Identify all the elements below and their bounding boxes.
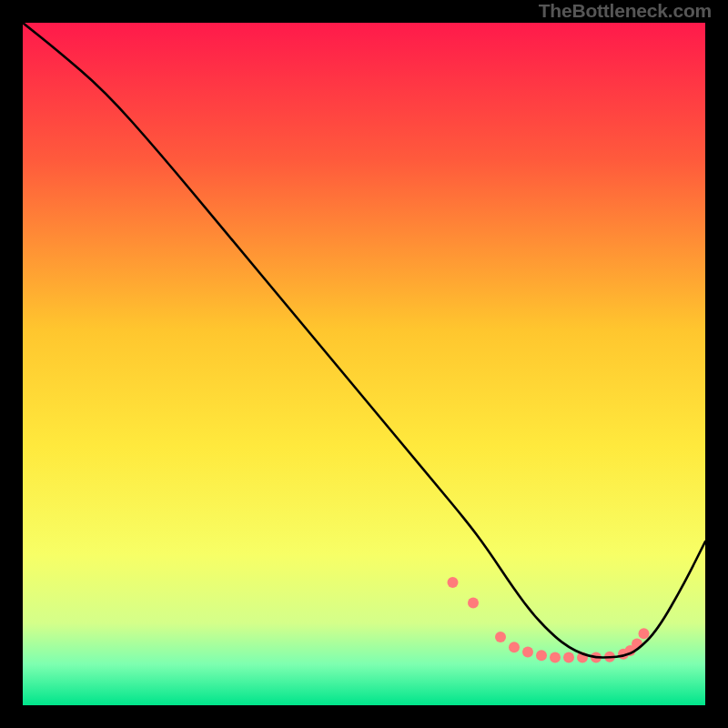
- data-marker: [495, 632, 506, 642]
- data-marker: [536, 650, 547, 661]
- data-marker: [448, 577, 459, 588]
- attribution-watermark: TheBottleneck.com: [539, 0, 712, 22]
- chart-frame: [15, 15, 713, 713]
- chart-canvas: [23, 23, 705, 705]
- data-marker: [468, 598, 479, 609]
- data-marker: [639, 628, 650, 639]
- chart-background: [23, 23, 705, 705]
- data-marker: [509, 642, 520, 652]
- data-marker: [522, 647, 533, 658]
- data-marker: [563, 652, 574, 663]
- data-marker: [550, 652, 561, 663]
